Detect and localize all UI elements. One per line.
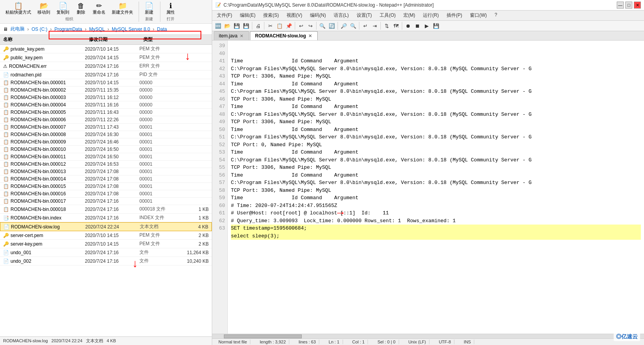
menu-item-4[interactable]: 编码(N) xyxy=(307,11,329,19)
file-row[interactable]: 📋RODMACHEN-bin.0000042020/7/11 16:160000… xyxy=(0,101,212,109)
horizontal-scrollbar[interactable] xyxy=(212,334,644,338)
file-row[interactable]: 📋RODMACHEN-bin.0000152020/7/24 17:080000… xyxy=(0,183,212,190)
find-tool[interactable]: 🔍 xyxy=(318,21,327,30)
file-row[interactable]: 📋RODMACHEN-bin.0000072020/7/11 17:430000… xyxy=(0,124,212,131)
move-to-button[interactable]: 📂 移动到 xyxy=(35,2,53,16)
menu-item-2[interactable]: 搜索(S) xyxy=(260,11,282,19)
menu-item-11[interactable]: 窗口(W) xyxy=(467,11,490,19)
rename-button[interactable]: ✏ 重命名 xyxy=(90,2,108,16)
file-size-cell: 1 KB xyxy=(185,207,209,212)
file-row[interactable]: 🔑server-key.pem2020/7/10 14:15PEM 文件2 KB xyxy=(0,240,212,248)
file-row[interactable]: 📋RODMACHEN-bin.0000142020/7/24 17:080000… xyxy=(0,175,212,183)
zoom-in-tool[interactable]: 🔎 xyxy=(340,21,348,30)
macro-play-tool[interactable]: ▶ xyxy=(422,21,431,30)
tab-close-slow-log[interactable]: ✕ xyxy=(308,34,313,39)
address-crumb-mysql-server[interactable]: MySQL Server 8.0 xyxy=(111,26,151,32)
file-row[interactable]: 📋RODMACHEN-bin.0000162020/7/24 17:080000… xyxy=(0,190,212,198)
col-header-name[interactable]: 名称 xyxy=(3,36,89,43)
file-row[interactable]: 📋RODMACHEN-bin.0000082020/7/24 16:300000… xyxy=(0,131,212,138)
file-row[interactable]: 🔑private_key.pem2020/7/10 14:15PEM 文件 xyxy=(0,45,212,53)
file-row[interactable]: 📋RODMACHEN-bin.0000062020/7/11 22:260000… xyxy=(0,116,212,124)
properties-button[interactable]: ℹ 属性 xyxy=(163,2,178,16)
line-number: 41 xyxy=(215,57,225,65)
file-row[interactable]: 📋RODMACHEN-bin.0000032020/7/11 16:120000… xyxy=(0,94,212,101)
code-line: C:\Program Files\MySQL\MySQL Server 8.0\… xyxy=(231,179,641,187)
file-size-cell: 2 KB xyxy=(185,241,209,247)
tab-item-java[interactable]: item.java ✕ xyxy=(214,31,249,40)
menu-item-0[interactable]: 文件(F) xyxy=(214,11,235,19)
file-row[interactable]: 📋RODMACHEN-bin.0000012020/7/10 14:150000… xyxy=(0,79,212,87)
minimize-button[interactable]: — xyxy=(617,2,624,9)
address-crumb-data[interactable]: Data xyxy=(156,26,168,32)
file-name-cell: 📋RODMACHEN-bin.000008 xyxy=(3,132,85,137)
undo-tool[interactable]: ↩ xyxy=(297,21,305,30)
file-icon: 📋 xyxy=(3,184,9,189)
save-file-tool[interactable]: 💾 xyxy=(232,21,241,30)
address-crumb-c[interactable]: OS (C:) xyxy=(30,26,49,32)
file-row[interactable]: 📑RODMACHEN-bin.index2020/7/24 17:16INDEX… xyxy=(0,214,212,222)
address-crumb-programdata[interactable]: ProgramData xyxy=(53,26,83,32)
save-all-tool[interactable]: 💾 xyxy=(242,21,250,30)
file-icon: 📋 xyxy=(3,176,9,182)
new-file-tool[interactable]: 🆕 xyxy=(214,21,222,30)
copy-tool[interactable]: 📋 xyxy=(275,21,284,30)
menu-item-6[interactable]: 设置(T) xyxy=(354,11,375,19)
menu-item-9[interactable]: 运行(R) xyxy=(420,11,442,19)
new-folder-button[interactable]: 📁 新建文件夹 xyxy=(109,2,135,16)
toolbar-sep-4 xyxy=(316,22,317,30)
file-row[interactable]: 📋RODMACHEN-bin.0000182020/7/24 17:160000… xyxy=(0,205,212,214)
address-crumb-mysql[interactable]: MySQL xyxy=(88,26,106,32)
address-crumb-computer[interactable]: 此电脑 xyxy=(9,25,26,33)
menu-item-5[interactable]: 语言(L) xyxy=(331,11,352,19)
macro-save-tool[interactable]: 💾 xyxy=(432,21,440,30)
sync-scroll-tool[interactable]: ⇅ xyxy=(382,21,391,30)
file-row[interactable]: 📄RODMACHEN-slow.log2020/7/24 22:24文本文档4 … xyxy=(0,222,212,231)
cut-tool[interactable]: ✂ xyxy=(266,21,274,30)
menu-item-3[interactable]: 视图(V) xyxy=(283,11,305,19)
delete-button[interactable]: 🗑 删除 xyxy=(73,2,89,16)
macro-record-tool[interactable]: ⏺ xyxy=(404,21,412,30)
scrollbar-thumb[interactable] xyxy=(224,334,302,338)
wrap-tool[interactable]: ↵ xyxy=(361,21,370,30)
tab-close-item-java[interactable]: ✕ xyxy=(239,34,244,39)
copy-to-button[interactable]: 📄 复制到 xyxy=(54,2,72,16)
file-row[interactable]: 📋RODMACHEN-bin.0000172020/7/24 17:160000… xyxy=(0,198,212,205)
new-item-button[interactable]: 📄 新建 xyxy=(141,2,157,16)
file-row[interactable]: 🔑server-cert.pem2020/7/10 14:15PEM 文件2 K… xyxy=(0,231,212,240)
file-date-cell: 2020/7/24 17:16 xyxy=(85,215,139,221)
col-header-date[interactable]: 修改日期 xyxy=(89,36,143,43)
menu-item-1[interactable]: 编辑(E) xyxy=(237,11,259,19)
map-tool[interactable]: 🗺 xyxy=(392,21,400,30)
file-row[interactable]: 📋RODMACHEN-bin.0000112020/7/24 16:500000… xyxy=(0,153,212,161)
menu-item-7[interactable]: 工具(O) xyxy=(377,11,399,19)
menu-item-12[interactable]: ? xyxy=(491,11,500,19)
tab-slow-log[interactable]: RODMACHEN-slow.log ✕ xyxy=(250,31,318,40)
file-row[interactable]: 🔑public_key.pem2020/7/24 14:15PEM 文件 xyxy=(0,53,212,62)
close-button[interactable]: ✕ xyxy=(634,2,641,9)
file-date-cell: 2020/7/24 16:46 xyxy=(85,139,139,145)
file-row[interactable]: 📋RODMACHEN-bin.0000122020/7/24 16:530000… xyxy=(0,161,212,168)
indent-tool[interactable]: ⇥ xyxy=(370,21,379,30)
file-row[interactable]: 📋RODMACHEN-bin.0000102020/7/24 16:500000… xyxy=(0,146,212,153)
file-row[interactable]: 📋RODMACHEN-bin.0000132020/7/24 17:080000… xyxy=(0,168,212,175)
redo-tool[interactable]: ↪ xyxy=(306,21,315,30)
paste-shortcut-button[interactable]: 📋 粘贴快捷方式 xyxy=(3,2,33,16)
file-row[interactable]: ⚠RODMACHEN.err2020/7/24 17:16ERR 文件 xyxy=(0,62,212,71)
col-header-type[interactable]: 类型 xyxy=(143,36,209,43)
file-row[interactable]: 📄undo_0022020/7/24 17:16文件10,240 KB xyxy=(0,257,212,265)
menu-item-8[interactable]: 宏(M) xyxy=(400,11,418,19)
macro-stop-tool[interactable]: ⏹ xyxy=(413,21,422,30)
file-row[interactable]: 📋RODMACHEN-bin.0000022020/7/11 15:350000… xyxy=(0,87,212,94)
open-file-tool[interactable]: 📂 xyxy=(223,21,232,30)
menu-item-10[interactable]: 插件(P) xyxy=(443,11,465,19)
file-row[interactable]: 📋RODMACHEN-bin.0000092020/7/24 16:460000… xyxy=(0,138,212,146)
paste-tool[interactable]: 📌 xyxy=(285,21,293,30)
file-row[interactable]: 📋RODMACHEN-bin.0000052020/7/11 16:430000… xyxy=(0,109,212,116)
print-tool[interactable]: 🖨 xyxy=(254,21,262,30)
file-row[interactable]: 📄undo_0012020/7/24 17:16文件11,264 KB xyxy=(0,248,212,257)
replace-tool[interactable]: 🔄 xyxy=(327,21,336,30)
file-row[interactable]: 📄rodmachen.pid2020/7/24 17:16PID 文件 xyxy=(0,71,212,79)
maximize-button[interactable]: □ xyxy=(625,2,632,9)
code-content[interactable]: Time Id Command Argument C:\Program File… xyxy=(228,41,644,334)
zoom-out-tool[interactable]: 🔍 xyxy=(349,21,357,30)
